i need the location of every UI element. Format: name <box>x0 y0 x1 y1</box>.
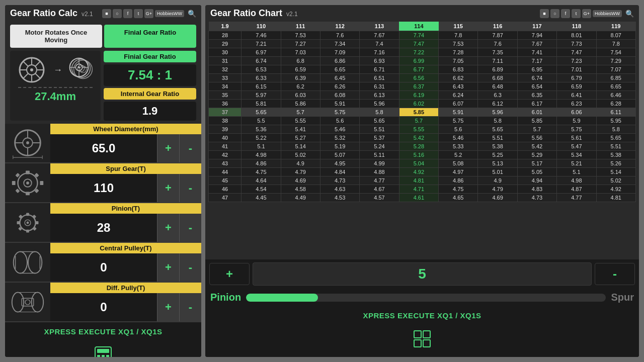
rss-icon-right[interactable]: ■ <box>540 9 549 18</box>
cell-28-119[interactable]: 8.07 <box>596 31 635 40</box>
spur-gear-plus[interactable]: + <box>157 174 179 202</box>
cell-29-111[interactable]: 7.27 <box>281 40 320 48</box>
cell-36-113[interactable]: 5.96 <box>360 100 399 108</box>
cell-29-110[interactable]: 7.21 <box>242 40 281 48</box>
pinion-plus[interactable]: + <box>157 214 179 242</box>
cell-37-111[interactable]: 5.7 <box>281 108 320 117</box>
cell-38-115[interactable]: 5.75 <box>439 117 478 125</box>
cell-32-111[interactable]: 6.59 <box>281 65 320 74</box>
cell-46-110[interactable]: 4.54 <box>242 185 281 194</box>
cell-30-113[interactable]: 7.16 <box>360 48 399 57</box>
cell-35-114[interactable]: 6.19 <box>399 91 438 100</box>
cell-33-110[interactable]: 6.33 <box>242 74 281 82</box>
cell-32-114[interactable]: 6.77 <box>399 65 438 74</box>
cell-32-112[interactable]: 6.65 <box>320 65 359 74</box>
cell-34-114[interactable]: 6.37 <box>399 82 438 91</box>
cell-36-116[interactable]: 6.12 <box>478 100 517 108</box>
cell-43-111[interactable]: 4.9 <box>281 159 320 168</box>
cell-47-111[interactable]: 4.49 <box>281 194 320 202</box>
cell-33-119[interactable]: 6.85 <box>596 74 635 82</box>
cell-34-115[interactable]: 6.43 <box>439 82 478 91</box>
cell-34-111[interactable]: 6.2 <box>281 82 320 91</box>
cell-40-112[interactable]: 5.32 <box>320 134 359 142</box>
cell-43-116[interactable]: 5.13 <box>478 159 517 168</box>
cell-38-114[interactable]: 5.7 <box>399 117 438 125</box>
cell-37-117[interactable]: 6.01 <box>517 108 556 117</box>
cell-37-114[interactable]: 5.85 <box>399 108 438 117</box>
cell-30-112[interactable]: 7.09 <box>320 48 359 57</box>
cell-35-118[interactable]: 6.41 <box>557 91 596 100</box>
cell-29-115[interactable]: 7.53 <box>439 40 478 48</box>
cell-33-116[interactable]: 6.68 <box>478 74 517 82</box>
cell-35-113[interactable]: 6.13 <box>360 91 399 100</box>
cell-34-110[interactable]: 6.15 <box>242 82 281 91</box>
cell-35-112[interactable]: 6.08 <box>320 91 359 100</box>
cell-35-111[interactable]: 6.03 <box>281 91 320 100</box>
cell-35-115[interactable]: 6.24 <box>439 91 478 100</box>
cell-47-118[interactable]: 4.77 <box>557 194 596 202</box>
cell-28-114[interactable]: 7.74 <box>399 31 438 40</box>
cell-44-119[interactable]: 5.14 <box>596 168 635 176</box>
search-icon-left[interactable]: 🔍 <box>188 10 196 18</box>
cell-42-114[interactable]: 5.16 <box>399 151 438 159</box>
cell-30-115[interactable]: 7.28 <box>439 48 478 57</box>
cell-45-110[interactable]: 4.64 <box>242 176 281 185</box>
cell-46-113[interactable]: 4.67 <box>360 185 399 194</box>
cell-32-119[interactable]: 7.07 <box>596 65 635 74</box>
cell-32-116[interactable]: 6.89 <box>478 65 517 74</box>
twitter-icon[interactable]: t <box>134 9 143 18</box>
cell-42-111[interactable]: 5.02 <box>281 151 320 159</box>
wheel-diameter-plus[interactable]: + <box>157 134 179 162</box>
cell-40-110[interactable]: 5.22 <box>242 134 281 142</box>
cell-41-116[interactable]: 5.38 <box>478 142 517 151</box>
cell-47-110[interactable]: 4.45 <box>242 194 281 202</box>
cell-34-117[interactable]: 6.54 <box>517 82 556 91</box>
cell-41-115[interactable]: 5.33 <box>439 142 478 151</box>
cell-31-117[interactable]: 7.17 <box>517 57 556 65</box>
cell-31-116[interactable]: 7.11 <box>478 57 517 65</box>
cell-36-111[interactable]: 5.86 <box>281 100 320 108</box>
cell-46-114[interactable]: 4.71 <box>399 185 438 194</box>
cell-42-116[interactable]: 5.25 <box>478 151 517 159</box>
cell-44-117[interactable]: 5.05 <box>517 168 556 176</box>
cell-42-117[interactable]: 5.29 <box>517 151 556 159</box>
cell-43-112[interactable]: 4.95 <box>320 159 359 168</box>
cell-37-116[interactable]: 5.96 <box>478 108 517 117</box>
cell-47-113[interactable]: 4.57 <box>360 194 399 202</box>
central-pulley-plus[interactable]: + <box>157 253 179 282</box>
cell-47-115[interactable]: 4.65 <box>439 194 478 202</box>
cell-45-119[interactable]: 5.02 <box>596 176 635 185</box>
cell-41-111[interactable]: 5.14 <box>281 142 320 151</box>
facebook-icon[interactable]: f <box>123 9 132 18</box>
cell-29-118[interactable]: 7.73 <box>557 40 596 48</box>
cell-32-117[interactable]: 6.95 <box>517 65 556 74</box>
cell-46-117[interactable]: 4.83 <box>517 185 556 194</box>
cell-40-115[interactable]: 5.46 <box>439 134 478 142</box>
cell-44-116[interactable]: 5.01 <box>478 168 517 176</box>
cell-46-119[interactable]: 4.92 <box>596 185 635 194</box>
cell-29-116[interactable]: 7.6 <box>478 40 517 48</box>
cell-43-113[interactable]: 4.99 <box>360 159 399 168</box>
cell-28-112[interactable]: 7.6 <box>320 31 359 40</box>
cell-40-111[interactable]: 5.27 <box>281 134 320 142</box>
rss-icon[interactable]: ■ <box>102 9 111 18</box>
cell-33-112[interactable]: 6.45 <box>320 74 359 82</box>
diff-pully-minus[interactable]: - <box>179 293 201 321</box>
cell-38-110[interactable]: 5.5 <box>242 117 281 125</box>
cell-47-117[interactable]: 4.73 <box>517 194 556 202</box>
cell-47-114[interactable]: 4.61 <box>399 194 438 202</box>
cell-45-114[interactable]: 4.81 <box>399 176 438 185</box>
cell-29-112[interactable]: 7.34 <box>320 40 359 48</box>
cell-39-119[interactable]: 5.8 <box>596 125 635 134</box>
cell-43-118[interactable]: 5.21 <box>557 159 596 168</box>
cell-35-110[interactable]: 5.97 <box>242 91 281 100</box>
cell-32-110[interactable]: 6.53 <box>242 65 281 74</box>
cell-37-119[interactable]: 6.11 <box>596 108 635 117</box>
cell-38-113[interactable]: 5.65 <box>360 117 399 125</box>
cell-30-116[interactable]: 7.35 <box>478 48 517 57</box>
cell-43-114[interactable]: 5.04 <box>399 159 438 168</box>
cell-41-117[interactable]: 5.42 <box>517 142 556 151</box>
cell-28-115[interactable]: 7.8 <box>439 31 478 40</box>
cell-46-116[interactable]: 4.79 <box>478 185 517 194</box>
cell-36-119[interactable]: 6.28 <box>596 100 635 108</box>
